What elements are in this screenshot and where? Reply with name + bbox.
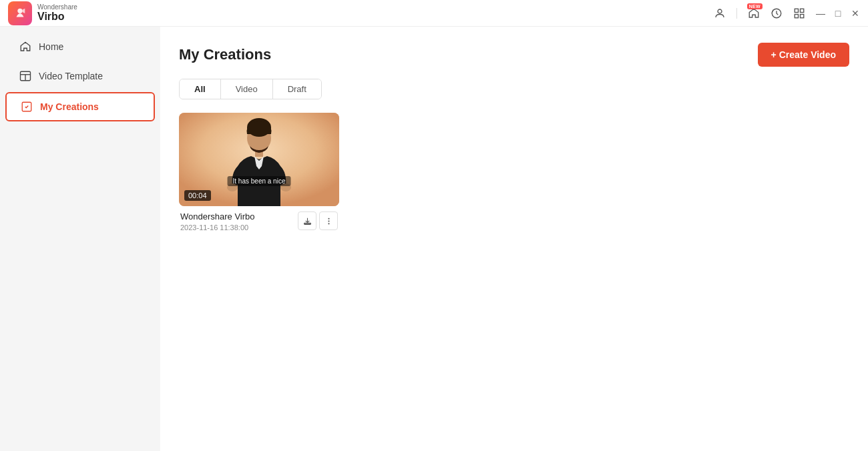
tab-draft[interactable]: Draft — [273, 79, 321, 99]
svg-rect-5 — [795, 14, 798, 17]
video-subtitle: It has been a nice — [228, 176, 291, 186]
titlebar: Wondershare Virbo NEW — [0, 0, 868, 27]
tab-all[interactable]: All — [180, 79, 221, 99]
svg-point-18 — [328, 217, 329, 219]
sidebar-item-home[interactable]: Home — [5, 33, 155, 60]
video-duration: 00:04 — [184, 190, 211, 201]
more-options-button[interactable] — [319, 211, 338, 230]
brand-top: Wondershare — [37, 3, 77, 11]
download-button[interactable] — [298, 211, 316, 230]
video-name: Wondershare Virbo — [180, 211, 295, 221]
sidebar-item-video-template[interactable]: Video Template — [5, 63, 155, 89]
app-body: Home Video Template My Creations — [0, 27, 868, 451]
profile-icon[interactable] — [714, 7, 726, 19]
svg-rect-3 — [795, 9, 798, 12]
logo-icon — [8, 1, 32, 25]
separator — [736, 8, 737, 19]
sidebar: Home Video Template My Creations — [0, 27, 160, 451]
video-date: 2023-11-16 11:38:00 — [180, 223, 295, 232]
sidebar-item-video-template-label: Video Template — [39, 71, 103, 81]
home-nav-icon — [19, 40, 32, 53]
tab-video[interactable]: Video — [221, 79, 273, 99]
sidebar-item-my-creations-label: My Creations — [40, 101, 99, 112]
new-badge: NEW — [747, 3, 763, 9]
download-icon — [303, 217, 312, 226]
app-logo: Wondershare Virbo — [8, 1, 77, 25]
window-controls: — □ ✕ — [816, 9, 860, 18]
create-video-button[interactable]: + Create Video — [758, 43, 849, 67]
tabs-bar: All Video Draft — [179, 79, 322, 99]
video-thumbnail[interactable]: 00:04 It has been a nice — [179, 113, 339, 206]
grid-icon[interactable] — [793, 7, 805, 19]
content-header: My Creations + Create Video — [179, 43, 849, 67]
more-icon — [324, 217, 333, 226]
video-card: 00:04 It has been a nice Wondershare Vir… — [179, 113, 339, 232]
template-nav-icon — [19, 69, 32, 83]
svg-point-1 — [718, 9, 722, 13]
maximize-button[interactable]: □ — [833, 9, 843, 18]
svg-point-0 — [17, 8, 22, 13]
history-icon[interactable] — [771, 7, 783, 19]
video-actions — [298, 211, 338, 230]
svg-rect-6 — [801, 14, 804, 17]
video-info: Wondershare Virbo 2023-11-16 11:38:00 — [179, 206, 339, 232]
main-content: My Creations + Create Video All Video Dr… — [160, 27, 868, 451]
creations-nav-icon — [20, 100, 33, 113]
titlebar-actions: NEW — □ ✕ — [714, 7, 860, 19]
sidebar-item-home-label: Home — [39, 41, 63, 52]
svg-rect-4 — [801, 9, 804, 12]
logo-text: Wondershare Virbo — [37, 3, 77, 23]
video-meta: Wondershare Virbo 2023-11-16 11:38:00 — [180, 211, 295, 232]
minimize-button[interactable]: — — [816, 9, 825, 18]
brand-bottom: Virbo — [37, 11, 77, 23]
page-title: My Creations — [179, 46, 271, 63]
home-icon[interactable]: NEW — [748, 7, 760, 19]
sidebar-item-my-creations[interactable]: My Creations — [5, 92, 155, 121]
video-grid: 00:04 It has been a nice Wondershare Vir… — [179, 113, 849, 232]
svg-point-19 — [328, 220, 329, 221]
svg-point-20 — [328, 223, 329, 224]
close-button[interactable]: ✕ — [851, 9, 860, 18]
